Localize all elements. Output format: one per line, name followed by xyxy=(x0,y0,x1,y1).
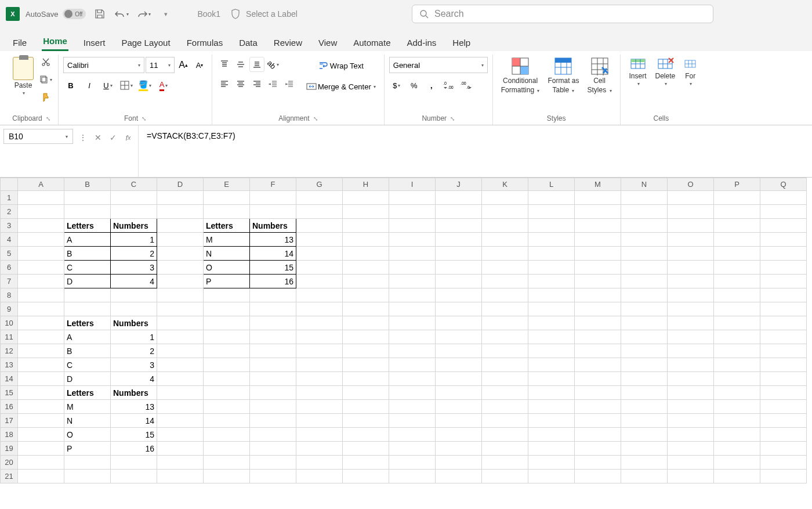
cell-I12[interactable] xyxy=(389,344,436,358)
cell-M13[interactable] xyxy=(575,358,621,372)
select-label-button[interactable]: Select a Label xyxy=(246,9,298,19)
cell-L10[interactable] xyxy=(528,316,575,330)
cell-O9[interactable] xyxy=(668,302,714,316)
cell-C10[interactable]: Numbers xyxy=(111,316,157,330)
cell-I7[interactable] xyxy=(389,275,436,288)
row-header-1[interactable]: 1 xyxy=(1,191,18,205)
cell-H9[interactable] xyxy=(343,302,389,316)
cell-I19[interactable] xyxy=(389,442,436,456)
cell-N1[interactable] xyxy=(621,191,668,205)
cell-H19[interactable] xyxy=(343,442,389,456)
cell-O10[interactable] xyxy=(668,316,714,330)
cell-N12[interactable] xyxy=(621,344,668,358)
cell-I15[interactable] xyxy=(389,386,436,400)
fill-color-button[interactable]: 🪣▾ xyxy=(137,78,153,93)
cell-M3[interactable] xyxy=(575,219,621,233)
cell-B19[interactable]: P xyxy=(64,442,111,456)
cell-N11[interactable] xyxy=(621,330,668,344)
cell-Q16[interactable] xyxy=(760,400,807,414)
cell-N4[interactable] xyxy=(621,233,668,247)
cell-P15[interactable] xyxy=(714,386,760,400)
cell-J15[interactable] xyxy=(436,386,482,400)
increase-decimal-button[interactable]: .0.00 xyxy=(441,78,456,93)
cell-H5[interactable] xyxy=(343,247,389,261)
cell-P8[interactable] xyxy=(714,288,760,302)
cell-L1[interactable] xyxy=(528,191,575,205)
cell-E10[interactable] xyxy=(204,316,250,330)
cell-N13[interactable] xyxy=(621,358,668,372)
cell-C5[interactable]: 2 xyxy=(111,247,157,261)
cell-L4[interactable] xyxy=(528,233,575,247)
cell-B21[interactable] xyxy=(64,470,111,483)
clipboard-launcher[interactable]: ⤡ xyxy=(46,115,50,122)
align-center-button[interactable] xyxy=(233,77,248,92)
cell-G1[interactable] xyxy=(296,191,343,205)
cell-B9[interactable] xyxy=(64,302,111,316)
cell-G11[interactable] xyxy=(296,330,343,344)
cell-O7[interactable] xyxy=(668,275,714,288)
formula-menu-button[interactable]: ⋮ xyxy=(77,131,89,144)
percent-button[interactable]: % xyxy=(407,78,422,93)
cell-D4[interactable] xyxy=(157,233,204,247)
cell-G4[interactable] xyxy=(296,233,343,247)
cell-K13[interactable] xyxy=(482,358,528,372)
cell-M7[interactable] xyxy=(575,275,621,288)
cell-F11[interactable] xyxy=(250,330,296,344)
cell-Q17[interactable] xyxy=(760,414,807,428)
cell-O13[interactable] xyxy=(668,358,714,372)
cell-M8[interactable] xyxy=(575,288,621,302)
cell-G6[interactable] xyxy=(296,261,343,275)
cell-K14[interactable] xyxy=(482,372,528,386)
borders-button[interactable]: ▾ xyxy=(119,78,134,93)
cell-P5[interactable] xyxy=(714,247,760,261)
align-right-button[interactable] xyxy=(249,77,264,92)
tab-review[interactable]: Review xyxy=(273,34,303,51)
cell-N15[interactable] xyxy=(621,386,668,400)
cell-G12[interactable] xyxy=(296,344,343,358)
cell-C20[interactable] xyxy=(111,456,157,470)
cell-Q2[interactable] xyxy=(760,205,807,219)
cell-I11[interactable] xyxy=(389,330,436,344)
font-color-button[interactable]: A▾ xyxy=(156,78,171,93)
cell-B18[interactable]: O xyxy=(64,428,111,442)
tab-view[interactable]: View xyxy=(317,34,338,51)
row-header-7[interactable]: 7 xyxy=(1,275,18,288)
cell-A8[interactable] xyxy=(18,288,64,302)
cell-J18[interactable] xyxy=(436,428,482,442)
col-header-N[interactable]: N xyxy=(621,178,668,191)
cell-D17[interactable] xyxy=(157,414,204,428)
cell-N10[interactable] xyxy=(621,316,668,330)
cell-B17[interactable]: N xyxy=(64,414,111,428)
cell-A14[interactable] xyxy=(18,372,64,386)
cell-O6[interactable] xyxy=(668,261,714,275)
cell-G2[interactable] xyxy=(296,205,343,219)
col-header-F[interactable]: F xyxy=(250,178,296,191)
cell-E19[interactable] xyxy=(204,442,250,456)
cell-C4[interactable]: 1 xyxy=(111,233,157,247)
cell-N18[interactable] xyxy=(621,428,668,442)
cell-H3[interactable] xyxy=(343,219,389,233)
cell-K3[interactable] xyxy=(482,219,528,233)
col-header-C[interactable]: C xyxy=(111,178,157,191)
cell-K19[interactable] xyxy=(482,442,528,456)
cell-L18[interactable] xyxy=(528,428,575,442)
row-header-2[interactable]: 2 xyxy=(1,205,18,219)
cell-C9[interactable] xyxy=(111,302,157,316)
tab-help[interactable]: Help xyxy=(451,34,472,51)
cell-L16[interactable] xyxy=(528,400,575,414)
cell-C6[interactable]: 3 xyxy=(111,261,157,275)
cell-A17[interactable] xyxy=(18,414,64,428)
cell-F16[interactable] xyxy=(250,400,296,414)
number-format-select[interactable]: General▾ xyxy=(389,57,488,73)
cell-B7[interactable]: D xyxy=(64,275,111,288)
cell-B3[interactable]: Letters xyxy=(64,219,111,233)
cell-F15[interactable] xyxy=(250,386,296,400)
cell-Q8[interactable] xyxy=(760,288,807,302)
cell-N14[interactable] xyxy=(621,372,668,386)
search-input[interactable]: Search xyxy=(412,5,713,23)
cell-A6[interactable] xyxy=(18,261,64,275)
row-header-15[interactable]: 15 xyxy=(1,386,18,400)
cell-K4[interactable] xyxy=(482,233,528,247)
cell-J7[interactable] xyxy=(436,275,482,288)
cell-E13[interactable] xyxy=(204,358,250,372)
